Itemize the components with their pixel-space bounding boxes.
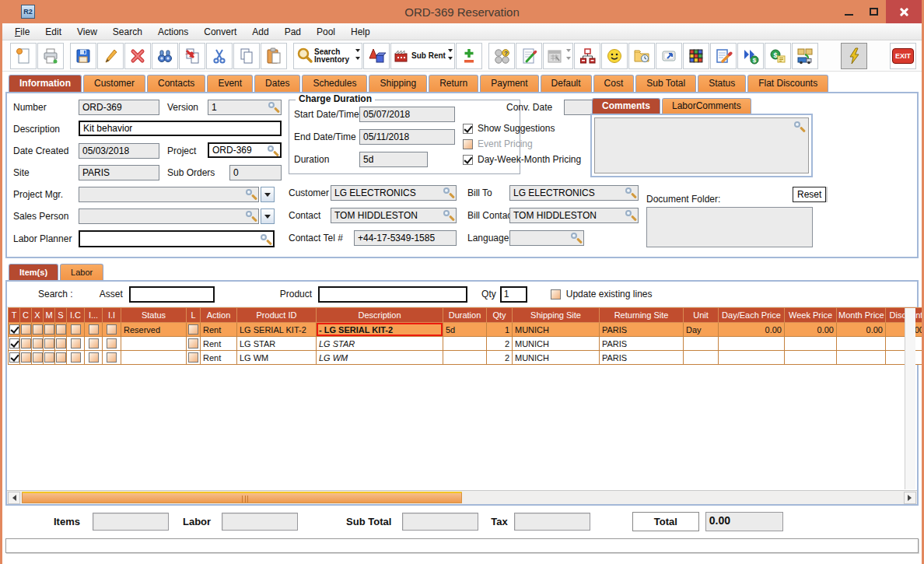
notes-button[interactable] [516,43,542,69]
menu-convert[interactable]: Convert [196,25,244,39]
tab-comments[interactable]: Comments [592,98,660,114]
row-checkbox-ic[interactable] [71,352,81,363]
history-folder-button[interactable] [628,43,655,69]
row-checkbox-t[interactable] [9,324,19,335]
reset-button[interactable]: Reset [793,187,826,202]
labor-planner-search-icon[interactable] [260,233,272,245]
product-search-input[interactable] [318,286,467,303]
site-field[interactable]: PARIS [79,165,159,180]
shapes-button[interactable] [363,43,390,69]
row-checkbox-s[interactable] [56,338,66,349]
event-pricing-checkbox[interactable]: Event Pricing [463,138,533,149]
menu-pad[interactable]: Pad [277,25,309,39]
customer-search-icon[interactable] [443,187,455,198]
description-field[interactable]: Kit behavior [79,121,282,136]
find-button[interactable] [152,43,178,69]
row-checkbox-t[interactable] [9,352,19,363]
tab-labor-comments[interactable]: LaborComments [662,98,751,114]
start-date-field[interactable]: 05/07/2018 [359,107,455,122]
save-button[interactable] [70,43,96,69]
scrollbar-thumb[interactable] [22,492,462,503]
tab-shipping[interactable]: Shipping [369,75,427,92]
project-mgr-field[interactable] [79,187,259,202]
row-checkbox-ic[interactable] [71,338,81,349]
project-search-icon[interactable] [267,145,279,156]
copy-special-button[interactable] [179,43,205,69]
tab-dates[interactable]: Dates [254,75,300,92]
row-checkbox-t[interactable] [9,338,19,349]
dwm-pricing-checkbox[interactable]: Day-Week-Month Pricing [463,154,581,165]
row-checkbox-ii[interactable] [107,324,117,335]
scroll-left-button[interactable] [8,492,20,504]
paste-button[interactable] [261,43,287,69]
tab-status[interactable]: Status [698,75,746,92]
tab-contacts[interactable]: Contacts [147,75,205,92]
tab-return[interactable]: Return [429,75,478,92]
sales-person-field[interactable] [79,208,259,224]
row-checkbox-c[interactable] [21,352,31,363]
charges-notes-button[interactable]: $ [765,43,791,69]
menu-help[interactable]: Help [343,25,378,39]
language-field[interactable] [509,230,584,246]
version-field[interactable]: 1 [208,100,282,115]
project-mgr-dropdown-button[interactable] [261,187,275,202]
tab-payment[interactable]: Payment [480,75,538,92]
tab-cost[interactable]: Cost [593,75,635,92]
sub-orders-field[interactable]: 0 [229,165,282,180]
tab-event[interactable]: Event [207,75,253,92]
delete-button[interactable] [124,43,151,69]
row-checkbox-m[interactable] [44,338,54,349]
tab-items[interactable]: Item(s) [9,264,58,280]
search-inventory-button[interactable]: Search Inventory [293,43,362,69]
comments-search-icon[interactable] [793,121,806,132]
comments-field[interactable] [594,117,809,173]
close-button[interactable] [886,0,922,23]
maximize-button[interactable] [861,0,886,23]
asset-search-input[interactable] [129,286,215,303]
row-checkbox-m[interactable] [44,352,54,363]
transfer-truck-button[interactable] [792,43,818,69]
contact-smiley-button[interactable] [601,43,628,69]
quick-mode-button[interactable] [841,43,867,69]
sub-rent-dropdown-icon[interactable] [448,49,453,62]
scroll-right-button[interactable] [904,492,916,504]
row-checkbox-ii[interactable] [107,338,117,349]
row-checkbox-i[interactable] [89,352,99,363]
table-row[interactable]: Rent LG WM LG WM 2 MUNICH PARIS [9,351,922,365]
tab-sub-total[interactable]: Sub Total [635,75,696,92]
customer-field[interactable]: LG ELECTRONICS [331,185,457,201]
row-checkbox-i[interactable] [89,338,99,349]
tab-customer[interactable]: Customer [83,75,145,92]
sub-rent-button[interactable]: Sub Rent [390,43,455,69]
row-checkbox-x[interactable] [33,352,43,363]
end-date-field[interactable]: 05/11/2018 [359,129,455,145]
project-field[interactable]: ORD-369 [208,142,282,158]
calendar-button[interactable] [543,43,573,69]
forward-charges-button[interactable]: $ [737,43,764,69]
qty-input[interactable]: 1 [500,286,527,303]
cut-button[interactable] [206,43,233,69]
labor-planner-field[interactable] [79,230,275,247]
row-checkbox-ic[interactable] [71,324,81,335]
bill-to-field[interactable]: LG ELECTRONICS [509,185,639,201]
edit-button[interactable] [97,43,124,69]
contact-search-icon[interactable] [443,209,455,221]
row-checkbox-i[interactable] [89,324,99,335]
table-row[interactable]: Rent LG STAR LG STAR 2 MUNICH PARIS [9,337,922,351]
menu-view[interactable]: View [69,25,105,39]
row-checkbox-l[interactable] [188,324,198,335]
bill-to-search-icon[interactable] [625,187,637,198]
tab-labor[interactable]: Labor [60,264,103,280]
tab-information[interactable]: Information [9,75,82,92]
tab-default[interactable]: Default [541,75,592,92]
row-checkbox-s[interactable] [56,324,66,335]
show-suggestions-checkbox[interactable]: Show Suggestions [463,123,555,134]
table-row[interactable]: Reserved Rent LG SERIAL KIT-2 - LG SERIA… [9,323,922,337]
row-checkbox-x[interactable] [33,338,43,349]
row-checkbox-c[interactable] [21,338,31,349]
menu-pool[interactable]: Pool [309,25,343,39]
exit-button[interactable]: EXIT [890,43,916,69]
tab-flat-discounts[interactable]: Flat Discounts [747,75,828,92]
shortcut-key-button[interactable] [656,43,682,69]
org-chart-button[interactable] [574,43,600,69]
